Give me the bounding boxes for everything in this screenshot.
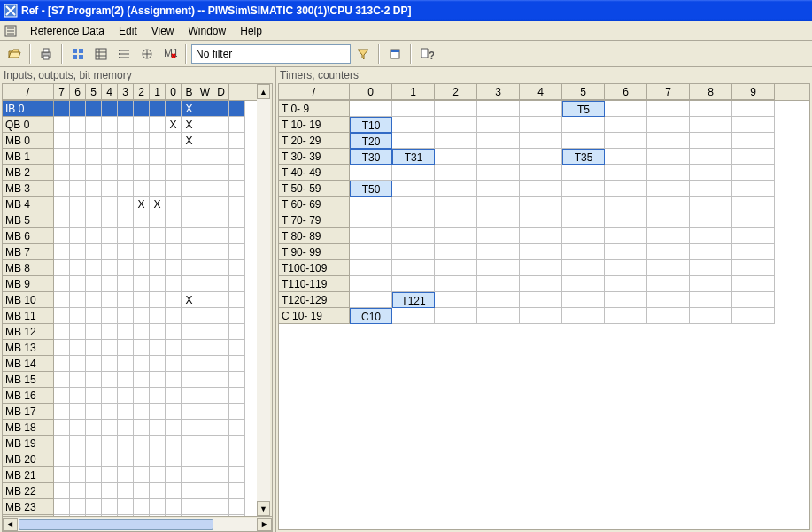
table-row[interactable]: MB 3 <box>3 181 257 197</box>
timer-cell[interactable] <box>350 276 392 292</box>
bit-cell[interactable] <box>70 212 86 228</box>
bit-cell[interactable] <box>134 499 150 515</box>
timer-cell[interactable] <box>562 181 605 197</box>
timer-cell[interactable] <box>647 260 690 276</box>
table-row[interactable]: MB 17 <box>3 404 257 420</box>
bit-cell[interactable] <box>150 340 166 356</box>
bit-cell[interactable] <box>134 340 150 356</box>
table-row[interactable]: MB 23 <box>3 499 257 515</box>
bit-cell[interactable]: X <box>150 197 166 212</box>
bit-cell[interactable] <box>86 244 102 260</box>
timer-cell[interactable] <box>392 244 435 260</box>
timer-cell[interactable] <box>562 260 605 276</box>
bit-cell[interactable] <box>229 340 245 356</box>
bit-cell[interactable] <box>118 356 134 372</box>
bit-cell[interactable] <box>134 133 150 149</box>
timer-cell[interactable] <box>477 292 520 308</box>
table-row[interactable]: QB 0XX <box>3 117 257 133</box>
bit-cell[interactable] <box>229 372 245 388</box>
right-col-header[interactable]: 1 <box>392 84 435 100</box>
bit-cell[interactable] <box>118 133 134 149</box>
bit-cell[interactable] <box>229 165 245 181</box>
timer-cell[interactable] <box>647 181 690 197</box>
bit-cell[interactable] <box>150 404 166 420</box>
timer-cell[interactable] <box>392 260 435 276</box>
bit-cell[interactable] <box>102 340 118 356</box>
bit-cell[interactable] <box>70 197 86 212</box>
timer-cell[interactable] <box>435 133 477 149</box>
bit-cell[interactable] <box>197 197 213 212</box>
timer-cell[interactable] <box>520 149 562 165</box>
menu-help[interactable]: Help <box>233 23 269 39</box>
bit-cell[interactable] <box>197 340 213 356</box>
table-row[interactable]: T 20- 29T20 <box>279 133 809 149</box>
table-row[interactable]: T 10- 19T10 <box>279 117 809 133</box>
bit-cell[interactable] <box>213 483 229 499</box>
bit-cell[interactable] <box>134 260 150 276</box>
timer-cell[interactable]: T121 <box>392 292 435 308</box>
timer-cell[interactable]: C10 <box>350 308 392 324</box>
bit-cell[interactable] <box>166 308 182 324</box>
table-row[interactable]: T 80- 89 <box>279 228 809 244</box>
bit-cell[interactable] <box>213 197 229 212</box>
bit-cell[interactable] <box>182 388 197 404</box>
bit-cell[interactable] <box>229 228 245 244</box>
table-row[interactable]: MB 21 <box>3 467 257 483</box>
right-col-header[interactable]: 8 <box>690 84 732 100</box>
left-col-header[interactable]: 1 <box>150 84 166 100</box>
timer-cell[interactable] <box>477 244 520 260</box>
bit-cell[interactable] <box>150 212 166 228</box>
left-col-header[interactable]: 6 <box>70 84 86 100</box>
bit-cell[interactable] <box>118 165 134 181</box>
bit-cell[interactable] <box>54 197 70 212</box>
bit-cell[interactable] <box>118 149 134 165</box>
bit-cell[interactable] <box>150 276 166 292</box>
menu-edit[interactable]: Edit <box>112 23 144 39</box>
bit-cell[interactable] <box>70 388 86 404</box>
bit-cell[interactable] <box>213 340 229 356</box>
bit-cell[interactable] <box>118 197 134 212</box>
bit-cell[interactable] <box>150 308 166 324</box>
bit-cell[interactable] <box>102 260 118 276</box>
bit-cell[interactable] <box>118 340 134 356</box>
bit-cell[interactable] <box>134 372 150 388</box>
bit-cell[interactable] <box>118 117 134 133</box>
bit-cell[interactable] <box>229 244 245 260</box>
table-row[interactable]: T 40- 49 <box>279 165 809 181</box>
bit-cell[interactable] <box>197 451 213 467</box>
bit-cell[interactable] <box>70 244 86 260</box>
bit-cell[interactable] <box>197 372 213 388</box>
timer-cell[interactable] <box>477 228 520 244</box>
timer-cell[interactable] <box>477 149 520 165</box>
bit-cell[interactable] <box>54 212 70 228</box>
table-row[interactable]: MB 10X <box>3 292 257 308</box>
bit-cell[interactable] <box>182 467 197 483</box>
bit-cell[interactable] <box>150 292 166 308</box>
view3-button[interactable] <box>113 43 135 65</box>
bit-cell[interactable] <box>182 340 197 356</box>
bit-cell[interactable] <box>182 356 197 372</box>
table-row[interactable]: T 50- 59T50 <box>279 181 809 197</box>
right-col-header[interactable]: / <box>279 84 350 100</box>
bit-cell[interactable] <box>86 404 102 420</box>
table-row[interactable]: MB 16 <box>3 388 257 404</box>
timer-cell[interactable] <box>562 308 605 324</box>
filter-apply-button[interactable] <box>352 43 374 65</box>
bit-cell[interactable] <box>229 420 245 436</box>
timer-cell[interactable] <box>435 308 477 324</box>
table-row[interactable]: T 90- 99 <box>279 244 809 260</box>
bit-cell[interactable] <box>213 276 229 292</box>
bit-cell[interactable] <box>54 133 70 149</box>
view1-button[interactable] <box>67 43 89 65</box>
bit-cell[interactable] <box>134 324 150 340</box>
bit-cell[interactable] <box>54 340 70 356</box>
timer-cell[interactable]: T50 <box>350 181 392 197</box>
timer-cell[interactable] <box>732 117 775 133</box>
bit-cell[interactable] <box>197 212 213 228</box>
bit-cell[interactable] <box>70 356 86 372</box>
timer-cell[interactable] <box>520 133 562 149</box>
table-row[interactable]: MB 18 <box>3 420 257 436</box>
bit-cell[interactable] <box>70 133 86 149</box>
timer-cell[interactable]: T10 <box>350 117 392 133</box>
bit-cell[interactable] <box>213 212 229 228</box>
